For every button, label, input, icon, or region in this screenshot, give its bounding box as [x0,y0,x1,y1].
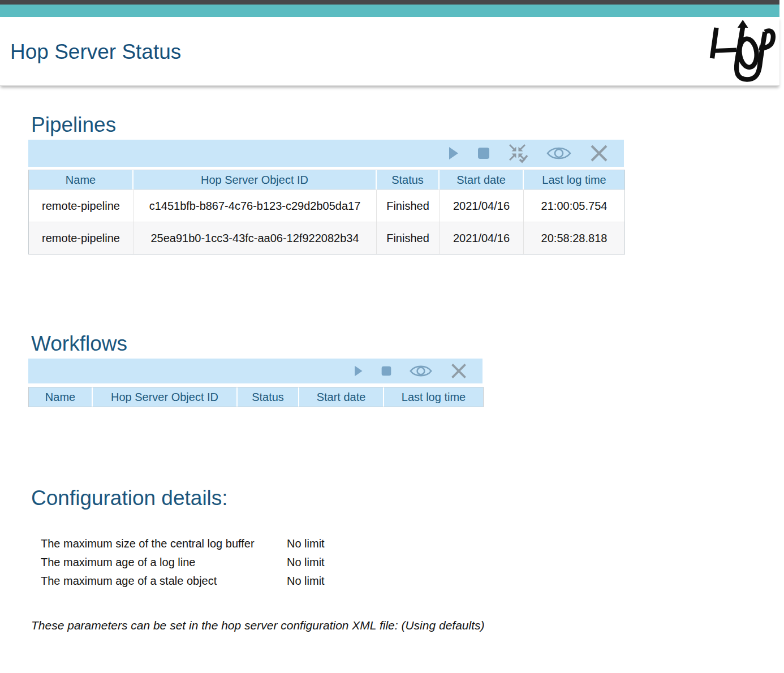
configuration-heading: Configuration details: [31,485,784,511]
column-header-status: Status [238,387,299,407]
config-parameter-row: The maximum size of the central log buff… [41,534,784,553]
pipeline-row[interactable]: remote-pipeline c1451bfb-b867-4c76-b123-… [29,189,624,222]
configuration-note: These parameters can be set in the hop s… [31,619,784,632]
pipeline-object-id: 25ea91b0-1cc3-43fc-aa06-12f922082b34 [133,222,377,254]
view-workflow-icon[interactable] [409,363,433,379]
config-parameter-value: No limit [287,553,325,572]
column-header-object-id: Hop Server Object ID [93,387,238,407]
column-header-object-id: Hop Server Object ID [133,170,377,189]
start-pipeline-icon[interactable] [446,146,460,161]
column-header-status: Status [377,170,440,189]
config-parameter-value: No limit [287,534,325,553]
column-header-last-log-time: Last log time [524,170,624,189]
config-parameter-label: The maximum size of the central log buff… [41,534,287,553]
pipeline-last-log-time: 21:00:05.754 [524,189,624,222]
pipeline-name: remote-pipeline [29,189,133,222]
config-parameter-row: The maximum age of a log line No limit [41,553,784,572]
config-parameter-label: The maximum age of a log line [41,553,287,572]
stop-pipeline-icon[interactable] [477,146,490,160]
pipelines-table-header: Name Hop Server Object ID Status Start d… [29,170,624,189]
config-parameter-label: The maximum age of a stale object [41,572,287,590]
remove-workflow-icon[interactable] [450,362,468,380]
pipelines-heading: Pipelines [31,112,784,137]
column-header-name: Name [29,170,133,189]
hop-logo-icon [704,19,776,84]
page-title: Hop Server Status [0,17,779,64]
pipelines-toolbar [28,140,624,167]
pipeline-last-log-time: 20:58:28.818 [524,222,624,254]
pipeline-start-date: 2021/04/16 [440,189,524,222]
pipeline-status: Finished [377,189,440,222]
column-header-last-log-time: Last log time [384,387,483,407]
workflows-table-header: Name Hop Server Object ID Status Start d… [29,387,483,407]
start-workflow-icon[interactable] [352,364,364,378]
pipelines-table: Name Hop Server Object ID Status Start d… [28,170,625,254]
config-parameter-row: The maximum age of a stale object No lim… [41,572,784,590]
brand-accent-bar [0,5,779,17]
pipeline-row[interactable]: remote-pipeline 25ea91b0-1cc3-43fc-aa06-… [29,222,624,254]
pipeline-name: remote-pipeline [29,222,133,254]
page-header: Hop Server Status [0,17,779,86]
configuration-section: Configuration details: The maximum size … [0,485,784,632]
stop-workflow-icon[interactable] [381,365,392,377]
config-parameter-value: No limit [287,572,325,590]
pipeline-status: Finished [377,222,440,254]
workflows-toolbar [28,359,483,383]
workflows-heading: Workflows [31,331,784,356]
column-header-start-date: Start date [440,170,524,189]
view-pipeline-icon[interactable] [546,145,572,162]
configuration-parameters: The maximum size of the central log buff… [41,534,784,590]
column-header-start-date: Start date [299,387,384,407]
workflows-table: Name Hop Server Object ID Status Start d… [28,387,484,407]
workflows-section: Workflows [0,331,784,407]
remove-pipeline-icon[interactable] [589,143,609,163]
pipelines-section: Pipelines [0,112,784,254]
window-top-bar [0,0,779,5]
server-status-content: Pipelines [0,112,784,632]
column-header-name: Name [29,387,93,407]
pipeline-start-date: 2021/04/16 [440,222,524,254]
cleanup-pipeline-icon[interactable] [507,143,529,164]
pipeline-object-id: c1451bfb-b867-4c76-b123-c29d2b05da17 [133,189,377,222]
